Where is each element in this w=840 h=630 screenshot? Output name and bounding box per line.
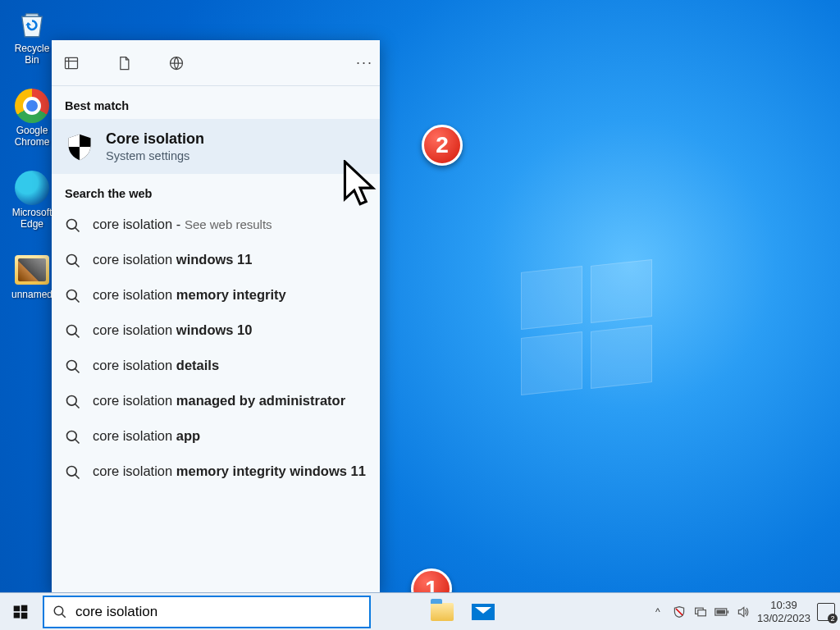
best-match-title: Core isolation xyxy=(106,130,204,148)
svg-point-19 xyxy=(67,467,77,477)
svg-point-7 xyxy=(67,255,77,265)
system-tray: ^ 10:39 13/02/2023 xyxy=(651,593,840,630)
desktop-icon-recycle-bin[interactable]: Recycle Bin xyxy=(7,7,57,66)
web-suggestion[interactable]: core isolation memory integrity xyxy=(52,277,380,313)
web-suggestions-list: core isolation - See web resultscore iso… xyxy=(52,207,380,489)
search-tab-web[interactable] xyxy=(163,50,189,76)
web-suggestion-text: core isolation managed by administrator xyxy=(93,391,345,409)
windows-security-shield-icon xyxy=(65,132,94,162)
svg-line-10 xyxy=(75,299,80,303)
chrome-icon xyxy=(15,89,49,123)
desktop-icon-chrome[interactable]: Google Chrome xyxy=(7,89,57,148)
svg-line-6 xyxy=(75,228,80,232)
search-tab-all[interactable] xyxy=(58,50,84,76)
search-icon xyxy=(65,358,81,375)
web-suggestion-text: core isolation windows 10 xyxy=(93,321,252,339)
web-suggestion-text: core isolation memory integrity xyxy=(93,285,286,304)
taskbar-search-box[interactable] xyxy=(43,596,371,628)
search-icon xyxy=(65,217,81,234)
web-suggestion[interactable]: core isolation windows 11 xyxy=(52,242,380,277)
svg-point-9 xyxy=(67,290,77,300)
recycle-bin-icon xyxy=(15,7,49,41)
desktop-icon-folder[interactable]: unnamed xyxy=(7,253,57,300)
windows-logo-icon xyxy=(12,604,29,620)
desktop-icon-label: Recycle Bin xyxy=(15,43,50,66)
search-icon xyxy=(65,394,81,410)
svg-rect-31 xyxy=(727,610,728,613)
desktop-icon-label: unnamed xyxy=(11,289,52,300)
svg-line-12 xyxy=(75,334,80,338)
web-suggestion[interactable]: core isolation details xyxy=(52,348,380,383)
search-scope-tabs: ··· xyxy=(52,40,380,86)
search-icon xyxy=(65,464,81,481)
svg-point-11 xyxy=(67,326,77,336)
search-input[interactable] xyxy=(67,604,361,620)
svg-rect-23 xyxy=(14,612,21,618)
search-icon xyxy=(65,429,81,445)
web-suggestion-text: core isolation - See web results xyxy=(93,215,272,233)
search-more-menu[interactable]: ··· xyxy=(356,54,373,71)
svg-rect-1 xyxy=(66,57,78,68)
svg-point-17 xyxy=(67,431,77,441)
svg-line-18 xyxy=(75,440,80,444)
tray-battery-icon[interactable] xyxy=(714,605,729,619)
svg-rect-29 xyxy=(698,609,706,615)
svg-line-26 xyxy=(62,614,66,618)
search-tab-documents[interactable] xyxy=(111,50,137,76)
desktop-icons: Recycle Bin Google Chrome Microsoft Edge… xyxy=(7,7,57,323)
svg-rect-22 xyxy=(21,605,28,611)
best-match-subtitle: System settings xyxy=(106,149,204,162)
web-suggestion-text: core isolation app xyxy=(93,427,200,445)
search-icon xyxy=(65,288,81,304)
tray-volume-icon[interactable] xyxy=(736,605,751,619)
desktop-icon-label: Google Chrome xyxy=(15,125,50,148)
desktop-icon-edge[interactable]: Microsoft Edge xyxy=(7,171,57,230)
svg-point-5 xyxy=(67,220,77,230)
web-suggestion[interactable]: core isolation - See web results xyxy=(52,207,380,242)
search-icon xyxy=(65,253,81,269)
svg-line-16 xyxy=(75,404,80,409)
file-explorer-icon xyxy=(431,603,454,621)
taskbar: ^ 10:39 13/02/2023 xyxy=(0,592,840,630)
svg-line-20 xyxy=(75,475,80,479)
svg-rect-21 xyxy=(14,605,21,611)
svg-rect-32 xyxy=(716,609,725,614)
annotation-badge-2: 2 xyxy=(422,125,463,166)
web-suggestion[interactable]: core isolation memory integrity windows … xyxy=(52,454,380,489)
folder-icon xyxy=(15,253,49,287)
taskbar-app-mail[interactable] xyxy=(463,593,504,631)
search-web-heading: Search the web xyxy=(52,174,380,207)
search-icon xyxy=(52,605,67,619)
web-suggestion-text: core isolation details xyxy=(93,356,219,374)
svg-line-8 xyxy=(75,263,80,267)
web-suggestion[interactable]: core isolation app xyxy=(52,418,380,454)
clock-date: 13/02/2023 xyxy=(757,612,810,625)
svg-rect-24 xyxy=(21,612,28,619)
best-match-heading: Best match xyxy=(52,86,380,119)
wallpaper-windows-logo xyxy=(521,262,652,390)
web-suggestion-text: core isolation memory integrity windows … xyxy=(93,462,366,480)
tray-overflow-chevron-icon[interactable]: ^ xyxy=(651,605,665,619)
search-icon xyxy=(65,323,81,340)
svg-point-13 xyxy=(67,361,77,371)
web-suggestion[interactable]: core isolation windows 10 xyxy=(52,313,380,348)
svg-line-27 xyxy=(676,609,682,615)
taskbar-app-file-explorer[interactable] xyxy=(422,593,463,631)
taskbar-clock[interactable]: 10:39 13/02/2023 xyxy=(757,599,810,624)
svg-point-25 xyxy=(54,606,63,615)
tray-security-icon[interactable] xyxy=(672,605,687,619)
start-button[interactable] xyxy=(0,593,41,631)
best-match-result[interactable]: Core isolation System settings xyxy=(52,119,380,174)
svg-point-15 xyxy=(67,396,77,406)
clock-time: 10:39 xyxy=(757,599,810,612)
edge-icon xyxy=(15,171,49,205)
svg-line-14 xyxy=(75,369,80,373)
tray-virtual-desktops-icon[interactable] xyxy=(693,605,708,619)
mail-icon xyxy=(472,604,495,620)
action-center-button[interactable] xyxy=(817,603,835,621)
web-suggestion-text: core isolation windows 11 xyxy=(93,250,252,268)
search-results-panel: ··· Best match Core isolation System set… xyxy=(52,40,380,592)
desktop-icon-label: Microsoft Edge xyxy=(12,207,52,230)
web-suggestion[interactable]: core isolation managed by administrator xyxy=(52,383,380,418)
